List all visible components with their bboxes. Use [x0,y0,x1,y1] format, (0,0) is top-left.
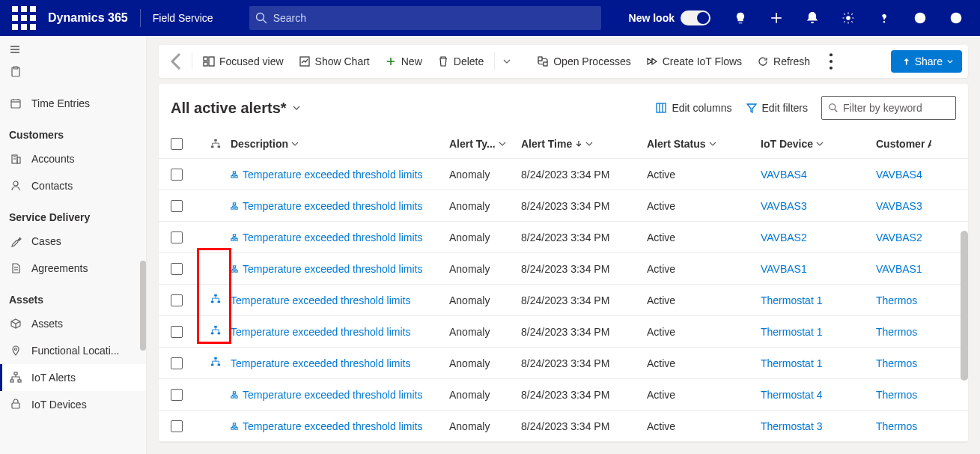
customer-link[interactable]: VAVBAS4 [876,169,922,181]
description-link[interactable]: Temperature exceeded threshold limits [231,294,410,306]
table-row[interactable]: Temperature exceeded threshold limitsAno… [159,253,968,285]
customer-link[interactable]: Thermos [876,389,917,401]
iot-device-link[interactable]: Thermostat 1 [761,326,822,338]
description-link[interactable]: Temperature exceeded threshold limits [243,389,422,401]
select-all-checkbox[interactable] [171,138,183,150]
iot-device-link[interactable]: VAVBAS1 [761,263,807,275]
iot-device-link[interactable]: Thermostat 3 [761,420,822,432]
sidebar-item-truncated[interactable]: x [0,63,146,85]
customer-link[interactable]: Thermos [876,420,917,432]
sidebar-item-functional-locations[interactable]: Functional Locati... [0,337,146,364]
bell-icon[interactable] [794,0,830,36]
smiley-icon[interactable] [902,0,938,36]
gear-icon[interactable] [830,0,866,36]
table-row[interactable]: Temperature exceeded threshold limitsAno… [159,316,968,348]
new-look-toggle[interactable] [681,10,710,25]
more-commands-button[interactable] [821,49,841,73]
iot-device-link[interactable]: Thermostat 1 [761,357,822,369]
delete-dropdown[interactable] [498,49,516,73]
lightbulb-icon[interactable] [722,0,758,36]
description-link[interactable]: Temperature exceeded threshold limits [243,231,422,243]
app-launcher-icon[interactable] [12,6,36,30]
column-header-iot-device[interactable]: IoT Device [761,138,876,150]
sidebar-item-assets[interactable]: Assets [0,310,146,337]
row-checkbox[interactable] [171,389,183,401]
table-row[interactable]: Temperature exceeded threshold limitsAno… [159,379,968,411]
sidebar-collapse-icon[interactable] [0,36,146,63]
column-header-alert-status[interactable]: Alert Status [647,138,761,150]
brand-title[interactable]: Dynamics 365 [42,11,134,25]
iot-device-link[interactable]: VAVBAS3 [761,200,807,212]
svg-point-49 [830,60,833,63]
filter-keyword-input[interactable]: Filter by keyword [821,96,956,120]
column-header-alert-time[interactable]: Alert Time [521,138,647,150]
customer-link[interactable]: Thermos [876,294,917,306]
plus-icon[interactable] [758,0,794,36]
hierarchy-button-icon[interactable] [210,294,221,306]
global-search-input[interactable]: Search [249,6,601,30]
description-link[interactable]: Temperature exceeded threshold limits [243,263,422,275]
iot-device-link[interactable]: VAVBAS2 [761,231,807,243]
row-checkbox[interactable] [171,357,183,369]
create-iot-flows-button[interactable]: Create IoT Flows [639,49,749,73]
sidebar-item-accounts[interactable]: Accounts [0,145,146,172]
table-row[interactable]: Temperature exceeded threshold limitsAno… [159,285,968,316]
customer-link[interactable]: VAVBAS2 [876,231,922,243]
table-row[interactable]: Temperature exceeded threshold limitsAno… [159,159,968,190]
open-processes-button[interactable]: Open Processes [529,49,639,73]
table-row[interactable]: Temperature exceeded threshold limitsAno… [159,348,968,379]
delete-button[interactable]: Delete [430,49,491,73]
sidebar-item-cases[interactable]: Cases [0,228,146,255]
new-button[interactable]: New [377,49,430,73]
sidebar-item-iot-devices[interactable]: IoT Devices [0,391,146,418]
row-checkbox[interactable] [171,294,183,306]
customer-link[interactable]: Thermos [876,326,917,338]
svg-point-9 [256,13,264,21]
edit-columns-button[interactable]: Edit columns [655,102,731,114]
hierarchy-button-icon[interactable] [210,325,221,338]
sidebar-scrollbar[interactable] [140,261,146,351]
sidebar-item-time-entries[interactable]: Time Entries [0,90,146,117]
content-scrollbar[interactable] [961,231,968,381]
app-name[interactable]: Field Service [147,12,219,24]
sidebar-item-contacts[interactable]: Contacts [0,172,146,199]
row-checkbox[interactable] [171,169,183,181]
show-chart-button[interactable]: Show Chart [291,49,377,73]
description-link[interactable]: Temperature exceeded threshold limits [231,357,410,369]
sidebar-item-agreements[interactable]: Agreements [0,255,146,282]
refresh-button[interactable]: Refresh [749,49,818,73]
row-checkbox[interactable] [171,200,183,212]
customer-link[interactable]: VAVBAS1 [876,263,922,275]
view-dropdown-icon[interactable] [293,102,300,114]
profile-icon[interactable] [938,0,974,36]
view-title[interactable]: All active alerts* [171,100,287,117]
sidebar-item-iot-alerts[interactable]: IoT Alerts [0,364,146,391]
iot-device-link[interactable]: VAVBAS4 [761,169,807,181]
focused-view-button[interactable]: Focused view [195,49,291,73]
row-checkbox[interactable] [171,326,183,338]
row-checkbox[interactable] [171,263,183,275]
table-row[interactable]: Temperature exceeded threshold limitsAno… [159,222,968,253]
iot-device-link[interactable]: Thermostat 1 [761,294,822,306]
customer-link[interactable]: VAVBAS3 [876,200,922,212]
description-link[interactable]: Temperature exceeded threshold limits [231,326,410,338]
edit-filters-button[interactable]: Edit filters [746,102,808,114]
table-row[interactable]: Temperature exceeded threshold limitsAno… [159,411,968,442]
iot-device-link[interactable]: Thermostat 4 [761,389,822,401]
column-header-customer[interactable]: Customer A [876,138,931,150]
back-button[interactable] [165,49,189,73]
row-checkbox[interactable] [171,420,183,432]
row-checkbox[interactable] [171,231,183,243]
hierarchy-column-icon[interactable] [201,139,231,149]
column-header-alert-type[interactable]: Alert Ty... [449,138,521,150]
table-row[interactable]: Temperature exceeded threshold limitsAno… [159,190,968,222]
hierarchy-button-icon[interactable] [210,357,221,369]
help-icon[interactable] [866,0,902,36]
customer-link[interactable]: Thermos [876,357,917,369]
description-link[interactable]: Temperature exceeded threshold limits [243,420,422,432]
svg-rect-57 [211,145,214,148]
description-link[interactable]: Temperature exceeded threshold limits [243,200,422,212]
description-link[interactable]: Temperature exceeded threshold limits [243,169,422,181]
column-header-description[interactable]: Description [231,138,449,150]
share-button[interactable]: Share [891,50,962,73]
